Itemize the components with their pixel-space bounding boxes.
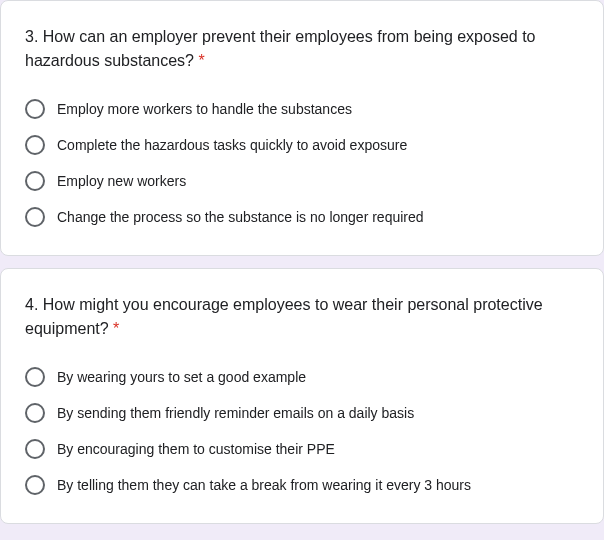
option-row[interactable]: Change the process so the substance is n… — [25, 199, 579, 235]
question-card-4: 4. How might you encourage employees to … — [0, 268, 604, 524]
option-row[interactable]: By encouraging them to customise their P… — [25, 431, 579, 467]
radio-icon[interactable] — [25, 367, 45, 387]
required-asterisk: * — [113, 320, 119, 337]
option-row[interactable]: By wearing yours to set a good example — [25, 359, 579, 395]
question-text: 4. How might you encourage employees to … — [25, 296, 543, 337]
option-row[interactable]: Employ new workers — [25, 163, 579, 199]
radio-icon[interactable] — [25, 207, 45, 227]
question-title: 4. How might you encourage employees to … — [25, 293, 579, 341]
option-label: By wearing yours to set a good example — [57, 367, 306, 387]
option-row[interactable]: By telling them they can take a break fr… — [25, 467, 579, 503]
question-card-3: 3. How can an employer prevent their emp… — [0, 0, 604, 256]
option-label: By sending them friendly reminder emails… — [57, 403, 414, 423]
option-label: Employ new workers — [57, 171, 186, 191]
radio-icon[interactable] — [25, 475, 45, 495]
option-label: Complete the hazardous tasks quickly to … — [57, 135, 407, 155]
radio-icon[interactable] — [25, 439, 45, 459]
radio-icon[interactable] — [25, 99, 45, 119]
option-row[interactable]: Complete the hazardous tasks quickly to … — [25, 127, 579, 163]
option-label: Employ more workers to handle the substa… — [57, 99, 352, 119]
question-text: 3. How can an employer prevent their emp… — [25, 28, 536, 69]
option-label: By telling them they can take a break fr… — [57, 475, 471, 495]
required-asterisk: * — [198, 52, 204, 69]
radio-icon[interactable] — [25, 171, 45, 191]
option-row[interactable]: Employ more workers to handle the substa… — [25, 91, 579, 127]
option-label: By encouraging them to customise their P… — [57, 439, 335, 459]
option-label: Change the process so the substance is n… — [57, 207, 424, 227]
question-title: 3. How can an employer prevent their emp… — [25, 25, 579, 73]
option-row[interactable]: By sending them friendly reminder emails… — [25, 395, 579, 431]
radio-icon[interactable] — [25, 135, 45, 155]
radio-icon[interactable] — [25, 403, 45, 423]
